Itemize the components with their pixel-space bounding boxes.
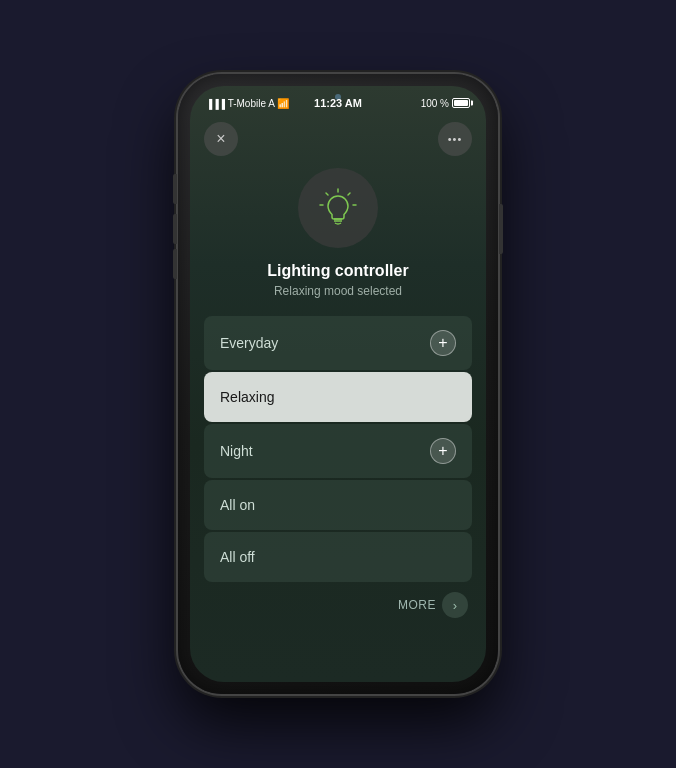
lightbulb-icon: [318, 188, 358, 228]
svg-line-1: [348, 193, 350, 195]
status-bar: ▐▐▐ T-Mobile A 📶 11:23 AM 100 %: [190, 86, 486, 114]
more-row: MORE ›: [204, 582, 472, 618]
mood-item-all-on[interactable]: All on: [204, 480, 472, 530]
bulb-container: [204, 168, 472, 248]
signal-bars: ▐▐▐: [206, 99, 228, 109]
mood-label-all-on: All on: [220, 497, 255, 513]
mood-label-relaxing: Relaxing: [220, 389, 274, 405]
close-button[interactable]: ×: [204, 122, 238, 156]
bulb-circle: [298, 168, 378, 248]
close-icon: ×: [216, 130, 225, 148]
battery-icon: [452, 98, 470, 108]
battery-percent: 100 %: [421, 98, 449, 109]
time-display: 11:23 AM: [314, 97, 362, 109]
mood-item-relaxing[interactable]: Relaxing: [204, 372, 472, 422]
app-content: × •••: [190, 114, 486, 618]
mood-label-night: Night: [220, 443, 253, 459]
plus-icon-night: +: [430, 438, 456, 464]
phone-screen: ▐▐▐ T-Mobile A 📶 11:23 AM 100 % × •••: [190, 86, 486, 682]
more-label: MORE: [398, 598, 436, 612]
title-section: Lighting controller Relaxing mood select…: [204, 262, 472, 298]
phone-frame: ▐▐▐ T-Mobile A 📶 11:23 AM 100 % × •••: [178, 74, 498, 694]
wifi-icon: 📶: [277, 98, 289, 109]
header-row: × •••: [204, 122, 472, 156]
mood-item-all-off[interactable]: All off: [204, 532, 472, 582]
app-title: Lighting controller: [204, 262, 472, 280]
mood-item-everyday[interactable]: Everyday +: [204, 316, 472, 370]
more-options-button[interactable]: •••: [438, 122, 472, 156]
app-subtitle: Relaxing mood selected: [204, 284, 472, 298]
plus-icon-everyday: +: [430, 330, 456, 356]
battery-area: 100 %: [421, 98, 470, 109]
mood-label-everyday: Everyday: [220, 335, 278, 351]
mood-item-night[interactable]: Night +: [204, 424, 472, 478]
mood-label-all-off: All off: [220, 549, 255, 565]
svg-line-3: [326, 193, 328, 195]
carrier-text: ▐▐▐ T-Mobile A 📶: [206, 98, 289, 109]
mood-list: Everyday + Relaxing Night + All on All o…: [204, 316, 472, 582]
chevron-right-icon: ›: [453, 598, 457, 613]
more-arrow-button[interactable]: ›: [442, 592, 468, 618]
more-icon: •••: [448, 133, 463, 145]
battery-fill: [454, 100, 468, 106]
